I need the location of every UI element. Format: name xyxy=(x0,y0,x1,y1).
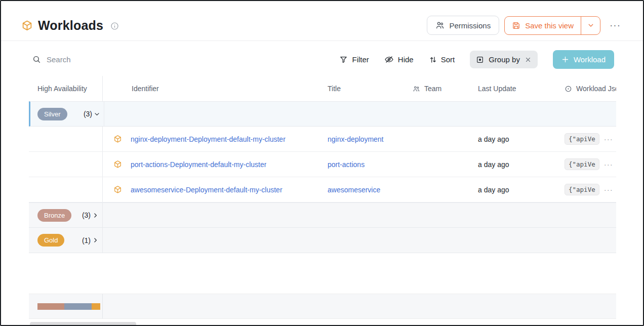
sort-button[interactable]: Sort xyxy=(429,55,455,64)
permissions-label: Permissions xyxy=(449,21,491,30)
table-footer-row xyxy=(29,294,616,319)
hide-label: Hide xyxy=(398,55,414,64)
identifier-link[interactable]: port-actions-Deployment-default-my-clust… xyxy=(131,160,266,169)
row-ha-cell xyxy=(29,152,103,177)
hide-button[interactable]: Hide xyxy=(384,55,414,64)
column-header-team[interactable]: Team xyxy=(409,85,472,93)
page-more-menu-button[interactable]: ··· xyxy=(609,18,622,33)
column-header-title[interactable]: Title xyxy=(324,85,409,93)
team-icon xyxy=(413,85,420,93)
people-icon xyxy=(435,21,445,30)
json-chip[interactable]: {"apiVe xyxy=(565,133,599,145)
table-empty-space xyxy=(29,253,616,294)
search-icon xyxy=(32,55,41,64)
workload-cube-icon xyxy=(113,185,122,194)
page-header: Workloads Permissions Save this view xyxy=(1,1,643,41)
column-header-high-availability[interactable]: High Availability xyxy=(29,76,103,101)
filter-icon xyxy=(339,55,348,64)
horizontal-scrollbar[interactable] xyxy=(29,322,615,326)
bar-segment-bronze xyxy=(37,303,64,310)
circle-dot-icon xyxy=(565,85,572,93)
group-by-chip[interactable]: Group by xyxy=(470,51,538,68)
chevron-right-icon[interactable] xyxy=(92,237,99,243)
row-identifier-cell: nginx-deployment-Deployment-default-my-c… xyxy=(103,135,324,143)
scrollbar-thumb[interactable] xyxy=(30,322,136,326)
badge-gold: Gold xyxy=(37,234,64,247)
row-ha-cell xyxy=(29,127,103,151)
row-menu-button[interactable]: ··· xyxy=(604,185,613,194)
bar-segment-gold xyxy=(92,303,100,310)
save-icon xyxy=(512,21,520,30)
row-menu-button[interactable]: ··· xyxy=(604,135,613,143)
group-cell-bronze: Bronze (3) xyxy=(29,203,103,227)
save-view-dropdown-button[interactable] xyxy=(581,17,600,34)
json-chip[interactable]: {"apiVe xyxy=(565,184,599,195)
workloads-table: High Availability Identifier Title Team … xyxy=(29,76,616,319)
row-last-update-cell: a day ago xyxy=(472,186,560,194)
row-menu-button[interactable]: ··· xyxy=(604,160,613,169)
sort-arrows-icon xyxy=(429,56,437,64)
column-header-last-update[interactable]: Last Update xyxy=(472,85,560,93)
badge-silver: Silver xyxy=(37,108,67,120)
group-by-clear-icon[interactable] xyxy=(525,56,532,63)
info-icon[interactable] xyxy=(110,22,119,30)
save-view-button[interactable]: Save this view xyxy=(505,17,581,34)
add-workload-label: Workload xyxy=(574,55,606,64)
toolbar: Filter Hide Sort Group by xyxy=(1,41,643,76)
footer-ha-cell xyxy=(29,294,103,318)
row-title-cell: nginx-deployment xyxy=(324,135,409,143)
row-title-cell: awesomeservice xyxy=(324,186,409,194)
row-workload-json-cell: {"apiVe ··· xyxy=(560,133,616,145)
group-row-silver[interactable]: Silver (3) xyxy=(29,101,616,127)
workload-cube-icon xyxy=(113,160,122,169)
title-link[interactable]: nginx-deployment xyxy=(328,135,384,143)
row-workload-json-cell: {"apiVe ··· xyxy=(560,184,616,195)
chevron-down-icon xyxy=(587,22,594,29)
identifier-link[interactable]: nginx-deployment-Deployment-default-my-c… xyxy=(131,135,286,143)
group-by-icon xyxy=(476,56,484,64)
group-cell-gold: Gold (1) xyxy=(29,228,103,253)
page-title-group: Workloads xyxy=(21,18,119,33)
group-count-silver: (3) xyxy=(84,110,100,118)
chevron-down-icon[interactable] xyxy=(94,111,100,117)
row-last-update-cell: a day ago xyxy=(472,135,560,143)
title-link[interactable]: awesomeservice xyxy=(328,186,380,194)
filter-label: Filter xyxy=(352,55,369,64)
group-row-gold[interactable]: Gold (1) xyxy=(29,228,616,253)
bar-segment-silver xyxy=(64,303,92,310)
group-by-label: Group by xyxy=(489,55,520,64)
add-workload-button[interactable]: Workload xyxy=(553,50,614,69)
chevron-right-icon[interactable] xyxy=(92,212,99,219)
app-window: Workloads Permissions Save this view xyxy=(0,0,644,326)
column-header-identifier[interactable]: Identifier xyxy=(103,85,324,93)
column-header-workload-json[interactable]: Workload Json xyxy=(560,85,616,93)
table-row[interactable]: port-actions-Deployment-default-my-clust… xyxy=(29,152,616,177)
sort-label: Sort xyxy=(441,55,455,64)
badge-bronze: Bronze xyxy=(37,209,71,222)
plus-icon xyxy=(561,56,569,63)
table-row[interactable]: nginx-deployment-Deployment-default-my-c… xyxy=(29,127,616,152)
json-chip[interactable]: {"apiVe xyxy=(565,158,599,170)
save-view-label: Save this view xyxy=(525,21,574,30)
row-identifier-cell: awesomeservice-Deployment-default-my-clu… xyxy=(103,185,324,194)
row-workload-json-cell: {"apiVe ··· xyxy=(560,158,616,170)
permissions-button[interactable]: Permissions xyxy=(427,16,499,35)
header-actions: Permissions Save this view ··· xyxy=(427,16,622,35)
workload-cube-icon xyxy=(21,20,33,31)
page-title: Workloads xyxy=(38,18,103,33)
group-count-gold: (1) xyxy=(82,236,99,244)
row-identifier-cell: port-actions-Deployment-default-my-clust… xyxy=(103,160,324,169)
search-input[interactable] xyxy=(47,55,219,64)
title-link[interactable]: port-actions xyxy=(328,160,365,169)
eye-off-icon xyxy=(384,55,394,64)
search-box xyxy=(32,55,219,64)
toolbar-actions: Filter Hide Sort Group by xyxy=(339,50,614,69)
workload-cube-icon xyxy=(113,135,122,143)
group-cell-silver: Silver (3) xyxy=(30,102,104,126)
save-view-split-button: Save this view xyxy=(504,16,600,35)
group-row-bronze[interactable]: Bronze (3) xyxy=(29,202,616,228)
group-count-bronze: (3) xyxy=(82,211,99,219)
identifier-link[interactable]: awesomeservice-Deployment-default-my-clu… xyxy=(131,186,283,194)
table-row[interactable]: awesomeservice-Deployment-default-my-clu… xyxy=(29,177,616,202)
filter-button[interactable]: Filter xyxy=(339,55,369,64)
